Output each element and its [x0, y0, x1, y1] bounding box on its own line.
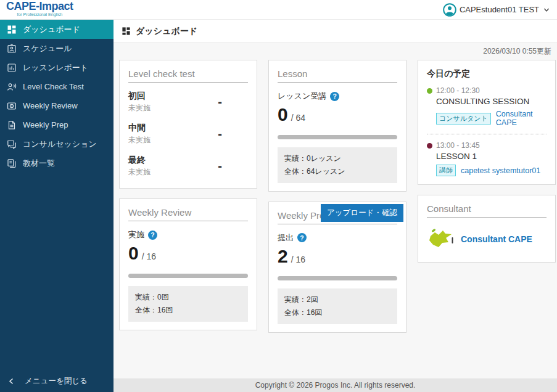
event-status-dot [427, 143, 432, 149]
level-check-card-title: Level check test [128, 68, 248, 83]
chevron-down-icon [543, 7, 550, 13]
consultant-name-link[interactable]: Consultant CAPE [461, 234, 532, 244]
brand-name: CAPE-Impact [6, 1, 73, 12]
weekly-review-count: 0 [128, 243, 139, 263]
sidebar-item-dashboard[interactable]: ダッシュボード [0, 20, 113, 39]
help-icon[interactable]: ? [297, 233, 307, 242]
dashboard-title-icon [122, 27, 131, 36]
upload-confirm-button[interactable]: アップロード・確認 [321, 204, 403, 222]
schedule-event: 13:00 - 13:45 LESSON 1 講師 capetest syste… [427, 141, 547, 176]
sidebar-item-label: コンサルセッション [23, 139, 97, 150]
lesson-count: 0 [278, 105, 288, 125]
column-2: Lesson レッスン受講 ? 0 / 64 実績：0レッスン 全体：64レ [268, 60, 406, 333]
chevron-left-icon [8, 378, 15, 385]
level-check-row: 最終 未実施 - [128, 155, 248, 178]
weekly-prep-total: / 16 [291, 255, 305, 264]
level-check-row-label: 初回 [128, 91, 151, 102]
consult-session-icon [7, 139, 17, 149]
dashboard-content: 2026/03/10 0:55更新 Level check test 初回 未実… [113, 44, 557, 378]
weekly-prep-progress-bar [278, 276, 397, 280]
user-menu[interactable]: CAPEstudent01 TEST [443, 0, 550, 19]
schedule-event: 12:00 - 12:30 CONSULTING SESSION コンサルタント… [427, 86, 547, 127]
summary-line: 実績：0回 [135, 291, 241, 304]
today-schedule-title: 今日の予定 [427, 68, 547, 80]
sidebar-item-materials[interactable]: 教材一覧 [0, 153, 113, 173]
weekly-prep-count: 2 [278, 247, 288, 266]
sidebar-item-level-check-test[interactable]: Level Check Test [0, 77, 113, 96]
event-role-badge: 講師 [436, 165, 456, 176]
column-3: 今日の予定 12:00 - 12:30 CONSULTING SESSION コ… [418, 60, 556, 263]
sidebar-item-label: Weekly Review [23, 101, 78, 110]
page-title-bar: ダッシュボード [113, 20, 557, 43]
sidebar-item-label: レッスンレポート [23, 62, 88, 73]
summary-line: 実績：2回 [284, 293, 390, 306]
weekly-review-icon [7, 101, 17, 111]
sidebar-item-consult-session[interactable]: コンサルセッション [0, 134, 113, 153]
main-area: ダッシュボード 2026/03/10 0:55更新 Level check te… [113, 20, 557, 392]
consultant-avatar [427, 227, 455, 251]
weekly-review-metric-label: 実施 [128, 229, 144, 240]
level-check-row-status: 未実施 [128, 103, 151, 113]
level-check-row-label: 最終 [128, 155, 151, 166]
weekly-prep-metric-label: 提出 [278, 232, 294, 243]
footer: Copyright © 2026 Progos Inc. All rights … [113, 378, 557, 392]
sidebar-item-schedule[interactable]: スケジュール [0, 39, 113, 58]
event-role-badge: コンサルタント [436, 113, 491, 125]
event-person-link[interactable]: Consultant CAPE [496, 110, 547, 127]
brand-tagline: for Professional English [6, 12, 73, 17]
help-icon[interactable]: ? [330, 92, 339, 101]
event-person-link[interactable]: capetest systemtutor01 [461, 166, 540, 175]
today-schedule-card: 今日の予定 12:00 - 12:30 CONSULTING SESSION コ… [418, 60, 556, 185]
level-check-row-value: - [218, 127, 248, 141]
weekly-prep-icon [7, 120, 17, 130]
lesson-progress-bar [278, 135, 397, 139]
weekly-review-card-title: Weekly Review [128, 207, 248, 221]
event-time: 12:00 - 12:30 [436, 86, 480, 95]
level-check-card: Level check test 初回 未実施 - 中間 未実施 [119, 60, 257, 189]
consultant-card: Consultant Consultant CAPE [418, 195, 556, 263]
level-check-row: 中間 未実施 - [128, 123, 248, 145]
weekly-review-total: / 16 [142, 251, 156, 261]
weekly-prep-summary: 実績：2回 全体：16回 [278, 288, 397, 324]
summary-line: 全体：64レッスン [284, 165, 390, 178]
summary-line: 実績：0レッスン [284, 152, 390, 165]
event-divider [427, 134, 547, 134]
column-1: Level check test 初回 未実施 - 中間 未実施 [119, 60, 257, 330]
user-avatar-icon [443, 3, 456, 17]
user-name: CAPEstudent01 TEST [460, 5, 539, 14]
sidebar-item-label: Level Check Test [23, 82, 84, 91]
lesson-card-title: Lesson [278, 68, 397, 83]
top-bar: CAPE-Impact for Professional English CAP… [0, 0, 557, 20]
weekly-review-summary: 実績：0回 全体：16回 [128, 286, 248, 322]
sidebar-item-label: Weekly Prep [23, 120, 68, 129]
sidebar-item-label: 教材一覧 [23, 158, 55, 169]
event-status-dot [427, 88, 432, 94]
dashboard-icon [7, 25, 17, 35]
lesson-metric-label: レッスン受講 [278, 91, 326, 102]
menu-close-button[interactable]: メニューを閉じる [0, 373, 113, 389]
lesson-report-icon [7, 63, 17, 73]
sidebar-item-weekly-prep[interactable]: Weekly Prep [0, 115, 113, 134]
copyright-text: Copyright © 2026 Progos Inc. All rights … [255, 381, 416, 390]
event-name: LESSON 1 [436, 152, 547, 161]
app-window: CAPE-Impact for Professional English CAP… [0, 0, 557, 392]
summary-line: 全体：16回 [135, 304, 241, 317]
page-title: ダッシュボード [136, 26, 197, 37]
sidebar-item-weekly-review[interactable]: Weekly Review [0, 96, 113, 115]
level-check-row-value: - [218, 159, 248, 173]
summary-line: 全体：16回 [284, 306, 390, 319]
lesson-card: Lesson レッスン受講 ? 0 / 64 実績：0レッスン 全体：64レ [268, 60, 406, 192]
level-check-row-value: - [218, 95, 248, 109]
consultant-card-title: Consultant [427, 203, 547, 218]
menu-close-label: メニューを閉じる [25, 376, 88, 386]
level-check-row-status: 未実施 [128, 167, 151, 178]
sidebar-item-label: ダッシュボード [23, 24, 80, 35]
level-check-row-label: 中間 [128, 123, 151, 134]
brand-logo[interactable]: CAPE-Impact for Professional English [6, 1, 73, 17]
help-icon[interactable]: ? [148, 231, 157, 240]
last-updated: 2026/03/10 0:55更新 [119, 44, 553, 60]
sidebar-item-lesson-report[interactable]: レッスンレポート [0, 58, 113, 77]
sidebar: ダッシュボード スケジュール レッスンレポート [0, 20, 113, 392]
sidebar-item-label: スケジュール [23, 43, 72, 54]
schedule-icon [7, 44, 17, 54]
